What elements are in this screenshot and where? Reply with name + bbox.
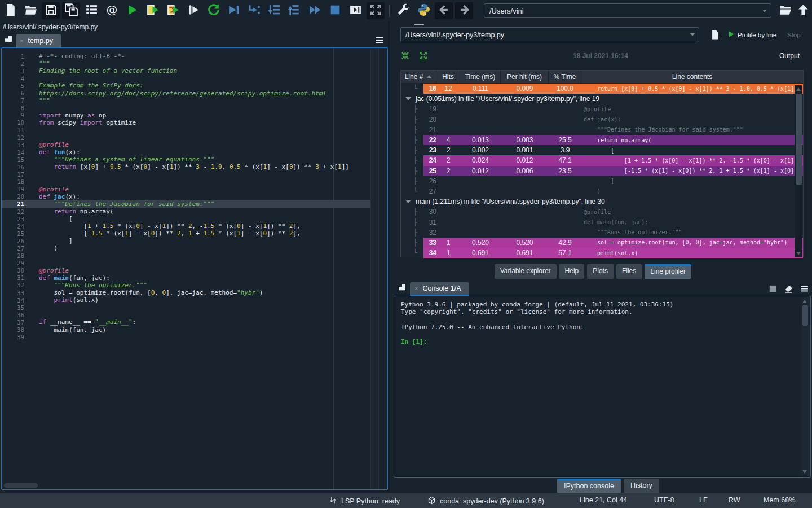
tab-plots[interactable]: Plots (587, 264, 614, 279)
profiler-row[interactable]: ├32"""Runs the optimizer.""" (401, 227, 803, 238)
code-lines[interactable]: 1# -*- coding: utf-8 -*-2"""3Finding the… (2, 52, 387, 341)
scroll-up-icon[interactable] (796, 87, 801, 91)
debug-file-button[interactable] (224, 2, 242, 19)
browse-tabs-button[interactable] (396, 282, 408, 295)
profiler-row[interactable]: └27) (401, 186, 803, 196)
working-directory-value[interactable]: /Users/vini (484, 7, 762, 15)
tab-line-profiler[interactable]: Line profiler (645, 264, 691, 279)
tools-button[interactable] (394, 2, 412, 19)
code-line[interactable]: 15 """Defines a system of linear equatio… (2, 156, 387, 163)
code-line[interactable]: 25 [-1.5 * (x[1] - x[0]) ** 2, 1 + 1.5 *… (2, 230, 387, 237)
code-line[interactable]: 7""" (2, 97, 387, 104)
profiler-scrollbar[interactable] (795, 85, 802, 257)
profiler-section[interactable]: main (1.211ms) in file "/Users/vini/.spy… (401, 196, 803, 207)
code-line[interactable]: 29 (2, 260, 387, 267)
profiler-row[interactable]: ├3310.5200.52042.9sol = optimize.root(fu… (401, 238, 803, 248)
tab-temp-py[interactable]: × temp.py (16, 34, 61, 47)
run-file-button[interactable] (123, 2, 141, 19)
code-line[interactable]: 9import numpy as np (2, 112, 387, 119)
continue-button[interactable] (306, 2, 324, 19)
profiler-table-header[interactable]: Line #HitsTime (ms)Per hit (ms)% TimeLin… (401, 71, 803, 84)
profiler-row[interactable]: ├21"""Defines the Jacobian for said syst… (401, 125, 803, 135)
select-file-button[interactable] (709, 29, 720, 43)
column-header-hits[interactable]: Hits (436, 71, 460, 83)
code-line[interactable]: 20def jac(x): (2, 193, 387, 200)
column-header-line-[interactable]: Line # (401, 71, 436, 83)
editor-horizontal-scrollbar[interactable] (4, 483, 38, 488)
profiler-row[interactable]: ├2320.0020.0013.9[ (401, 145, 803, 155)
browse-tabs-button[interactable] (2, 34, 15, 46)
profile-by-line-button[interactable]: Profile by line (738, 32, 776, 38)
chevron-down-icon[interactable] (690, 33, 695, 36)
code-line[interactable]: 6https://docs.scipy.org/doc/scipy/refere… (2, 89, 387, 97)
scroll-down-icon[interactable] (802, 470, 807, 474)
code-line[interactable]: 39 (2, 334, 387, 341)
output-button[interactable]: Output (779, 52, 800, 60)
code-line[interactable]: 17 (2, 171, 387, 178)
profile-run-icon[interactable] (727, 30, 735, 41)
python-env-button[interactable] (414, 2, 433, 19)
profiler-row[interactable]: ├26] (401, 176, 803, 186)
profiler-row[interactable]: └16120.1110.009100.0return [x[0] + 0.5 *… (401, 84, 803, 94)
code-line[interactable]: 24 [1 + 1.5 * (x[0] - x[1]) ** 2, -1.5 *… (2, 222, 387, 230)
interrupt-kernel-button[interactable] (766, 283, 779, 296)
code-line[interactable]: 19@profile (2, 186, 387, 193)
column-header-per-hit-ms-[interactable]: Per hit (ms) (501, 71, 549, 83)
expand-all-button[interactable] (418, 51, 428, 63)
step-return-button[interactable] (285, 2, 303, 19)
find-symbol-button[interactable]: @ (103, 2, 121, 19)
working-directory-field[interactable]: /Users/vini (484, 3, 771, 18)
code-line[interactable]: 16 return [x[0] + 0.5 * (x[0] - x[1]) **… (2, 163, 387, 170)
open-file-button[interactable] (21, 2, 39, 19)
console-options-button[interactable] (797, 283, 811, 296)
code-line[interactable]: 34 print(sol.x) (2, 296, 387, 304)
profiler-section[interactable]: jac (0.051ms) in file "/Users/vini/.spyd… (401, 94, 803, 104)
forward-button[interactable] (455, 2, 473, 19)
code-line[interactable]: 28 (2, 252, 387, 260)
new-file-button[interactable] (1, 2, 19, 19)
profiler-row[interactable]: ├2420.0240.01247.1[1 + 1.5 * (x[0] - x[1… (401, 155, 803, 165)
code-line[interactable]: 12 (2, 134, 387, 141)
column-header-time-ms-[interactable]: Time (ms) (460, 71, 501, 83)
close-icon[interactable]: × (20, 37, 23, 44)
profiler-row[interactable]: └3410.6910.69157.1print(sol.x) (401, 248, 803, 258)
editor-options-button[interactable] (374, 35, 385, 47)
save-all-button[interactable] (62, 2, 80, 19)
code-line[interactable]: 11 (2, 126, 387, 134)
collapse-all-button[interactable] (400, 51, 410, 63)
code-line[interactable]: 35 (2, 304, 387, 311)
profiler-row[interactable]: ├30@profile (401, 207, 803, 217)
profiler-file-value[interactable]: /Users/vini/.spyder-py3/temp.py (401, 31, 690, 39)
run-cell-advance-button[interactable] (164, 2, 182, 19)
code-line[interactable]: 36 (2, 311, 387, 318)
code-line[interactable]: 38 main(fun, jac) (2, 326, 387, 333)
code-line[interactable]: 30@profile (2, 267, 387, 274)
fullscreen-button[interactable] (367, 2, 385, 19)
code-line[interactable]: 27 ) (2, 244, 387, 252)
tab-history[interactable]: History (624, 479, 659, 493)
scroll-down-icon[interactable] (796, 252, 801, 255)
code-line[interactable]: 18 (2, 178, 387, 186)
code-line[interactable]: 26 ] (2, 237, 387, 244)
code-line[interactable]: 5Example from the SciPy docs: (2, 82, 387, 89)
code-line[interactable]: 8 (2, 104, 387, 112)
profiler-file-field[interactable]: /Users/vini/.spyder-py3/temp.py (400, 27, 699, 42)
close-icon[interactable]: × (414, 285, 418, 292)
code-line[interactable]: 14def fun(x): (2, 148, 387, 156)
code-line[interactable]: 33 sol = optimize.root(fun, [0, 0], jac=… (2, 289, 387, 296)
profile-stop-button[interactable]: Stop (787, 32, 801, 38)
scrollbar-thumb[interactable] (802, 305, 808, 326)
code-line[interactable]: 4 (2, 75, 387, 82)
code-line[interactable]: 22 return np.array( (2, 208, 387, 215)
save-button[interactable] (42, 2, 60, 19)
code-line[interactable]: 23 [ (2, 215, 387, 222)
code-line[interactable]: 3Finding the root of a vector function (2, 67, 387, 75)
scroll-up-icon[interactable] (802, 300, 807, 303)
step-into-button[interactable] (245, 2, 263, 19)
code-line[interactable]: 21 """Defines the Jacobian for said syst… (2, 200, 370, 208)
collapse-triangle-icon[interactable] (405, 97, 411, 100)
parent-directory-button[interactable] (794, 2, 812, 19)
run-selection-button[interactable] (184, 2, 202, 19)
tab-console-1a[interactable]: × Console 1/A (410, 282, 469, 296)
collapse-triangle-icon[interactable] (405, 200, 411, 203)
